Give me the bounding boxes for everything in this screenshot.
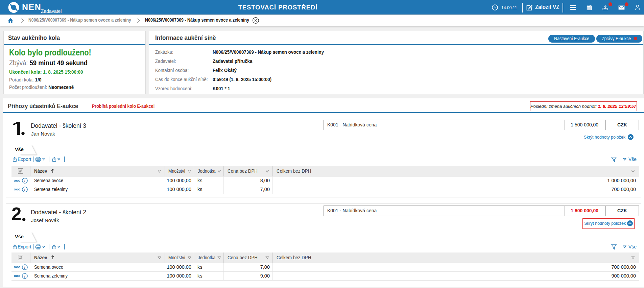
svg-text:i: i [24, 274, 25, 278]
svg-text:i: i [24, 265, 25, 269]
svg-text:i: i [24, 188, 25, 192]
svg-text:i: i [24, 179, 25, 183]
